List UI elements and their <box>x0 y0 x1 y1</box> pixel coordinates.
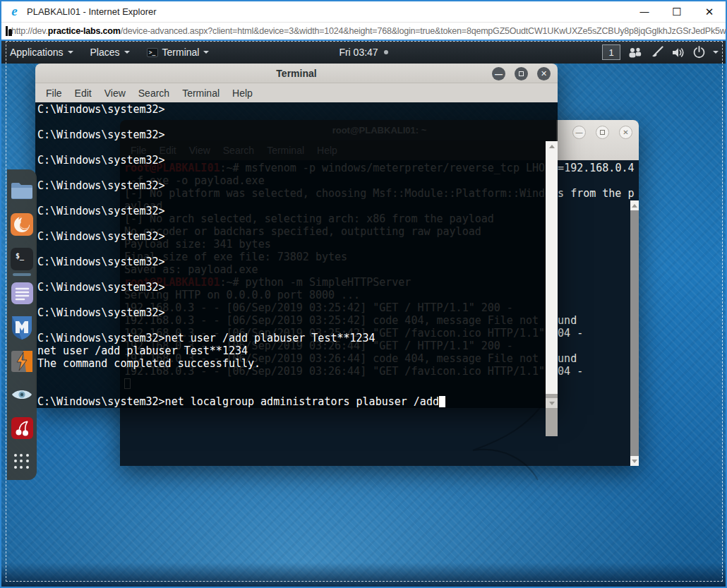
terminal-line: The command completed successfully. <box>37 357 546 370</box>
terminal-line: C:\Windows\system32> <box>37 256 546 268</box>
close-button[interactable]: ✕ <box>693 1 726 22</box>
ie-address-bar[interactable]: http://dev.practice-labs.com/device-adva… <box>1 22 726 40</box>
terminal-line: C:\Windows\system32> <box>37 128 546 141</box>
dock-armitage-icon[interactable] <box>10 350 34 373</box>
clock-label: Fri 03:47 <box>339 47 378 58</box>
grid-icon <box>14 454 30 469</box>
ie-titlebar: e PLABKALI01 - Internet Explorer — ☐ ✕ <box>1 1 726 22</box>
terminal-line <box>37 383 546 395</box>
applications-menu[interactable]: Applications <box>1 41 82 64</box>
menu-item-help[interactable]: Help <box>226 85 259 101</box>
maximize-icon[interactable] <box>596 126 609 139</box>
terminal-line <box>37 192 546 205</box>
chevron-down-icon <box>68 51 73 54</box>
terminal-mini-icon: >_ <box>147 48 158 57</box>
minimize-icon[interactable]: — <box>572 126 586 139</box>
terminal-line: C:\Windows\system32> <box>37 281 546 294</box>
scroll-down-icon[interactable] <box>546 398 558 408</box>
dock-metasploit-icon[interactable] <box>10 316 34 340</box>
terminal-appmenu[interactable]: >_ Terminal <box>138 41 218 64</box>
dock-files-icon[interactable] <box>10 179 34 202</box>
background-terminal-scrollbar[interactable] <box>630 200 639 466</box>
terminal-line: C:\Windows\system32> <box>37 103 546 116</box>
svg-text:$_: $_ <box>16 252 25 260</box>
ie-window-title: PLABKALI01 - Internet Explorer <box>27 6 157 17</box>
menu-item-edit[interactable]: Edit <box>68 85 98 101</box>
scroll-down-icon[interactable] <box>630 456 639 466</box>
ie-window: e PLABKALI01 - Internet Explorer — ☐ ✕ h… <box>0 0 727 588</box>
terminal-line: net user /add plabuser Test**1234 <box>37 344 546 357</box>
applications-label: Applications <box>10 47 64 58</box>
scroll-up-icon[interactable] <box>546 142 558 151</box>
terminal-line <box>37 370 546 383</box>
close-icon[interactable]: ✕ <box>537 67 551 80</box>
terminal-line <box>37 268 546 281</box>
terminal-line <box>37 141 546 154</box>
internet-explorer-icon: e <box>8 5 21 18</box>
terminal-line <box>37 116 546 128</box>
close-icon[interactable]: ✕ <box>619 126 632 139</box>
dock-text-editor-icon[interactable] <box>10 282 34 305</box>
foreground-terminal-window[interactable]: Terminal — ✕ FileEditViewSearchTerminalH… <box>35 64 558 408</box>
terminal-line <box>37 217 546 230</box>
foreground-terminal-text: C:\Windows\system32> C:\Windows\system32… <box>37 103 546 408</box>
terminal-line: C:\Windows\system32> <box>37 306 546 319</box>
maximize-button[interactable]: ☐ <box>661 1 693 22</box>
menu-item-view[interactable]: View <box>98 85 132 101</box>
foreground-terminal-menubar: FileEditViewSearchTerminalHelp <box>35 83 558 102</box>
terminal-line <box>37 294 546 306</box>
foreground-terminal-scrollbar[interactable] <box>546 141 558 408</box>
kali-desktop: Applications Places >_ Terminal Fri 03:4… <box>1 41 726 587</box>
terminal-cursor <box>439 396 445 407</box>
foreground-terminal-title: Terminal <box>276 68 316 79</box>
system-menu-caret-icon[interactable] <box>713 51 719 54</box>
terminal-line: C:\Windows\system32> <box>37 205 546 217</box>
scroll-up-icon[interactable] <box>630 200 639 210</box>
menu-item-file[interactable]: File <box>40 85 68 101</box>
dock-eye-icon[interactable] <box>10 383 34 406</box>
terminal-line: C:\Windows\system32> <box>37 154 546 167</box>
users-icon[interactable] <box>627 44 643 61</box>
workspace-indicator[interactable]: 1 <box>602 44 620 60</box>
chevron-down-icon <box>124 51 130 54</box>
terminal-line <box>37 319 546 332</box>
chevron-down-icon <box>203 51 209 54</box>
url-text[interactable]: http://dev.practice-labs.com/device-adva… <box>11 26 726 36</box>
brush-icon[interactable] <box>650 44 664 61</box>
terminal-line <box>37 243 546 256</box>
show-applications-button[interactable] <box>10 450 34 473</box>
menu-item-terminal[interactable]: Terminal <box>176 85 226 101</box>
terminal-line: C:\Windows\system32> <box>37 230 546 243</box>
minimize-button[interactable]: — <box>628 1 661 22</box>
places-label: Places <box>90 47 120 58</box>
maximize-icon[interactable] <box>515 67 528 80</box>
minimize-icon[interactable]: — <box>492 67 505 80</box>
menu-item-search[interactable]: Search <box>132 85 176 101</box>
terminal-appmenu-label: Terminal <box>162 47 200 58</box>
places-menu[interactable]: Places <box>82 41 138 64</box>
running-indicator <box>13 273 31 276</box>
power-icon[interactable] <box>692 44 706 61</box>
notification-dot-icon <box>384 50 388 54</box>
terminal-line: C:\Windows\system32>net user /add plabus… <box>37 332 546 344</box>
dock-terminal-icon[interactable]: $_ <box>10 247 34 271</box>
dock-cherrytree-icon[interactable] <box>10 416 34 440</box>
terminal-line: C:\Windows\system32>net localgroup admin… <box>37 395 546 408</box>
terminal-line: C:\Windows\system32> <box>37 179 546 192</box>
foreground-terminal-titlebar[interactable]: Terminal — ✕ <box>35 64 558 83</box>
foreground-terminal-viewport[interactable]: C:\Windows\system32> C:\Windows\system32… <box>35 102 558 408</box>
gnome-topbar: Applications Places >_ Terminal Fri 03:4… <box>1 41 726 64</box>
terminal-line <box>37 167 546 179</box>
dock-firefox-icon[interactable] <box>10 212 34 236</box>
dock: $_ <box>7 169 37 480</box>
background-terminal-titlebar-exposed: — ✕ <box>556 120 639 160</box>
volume-icon[interactable] <box>671 44 685 61</box>
